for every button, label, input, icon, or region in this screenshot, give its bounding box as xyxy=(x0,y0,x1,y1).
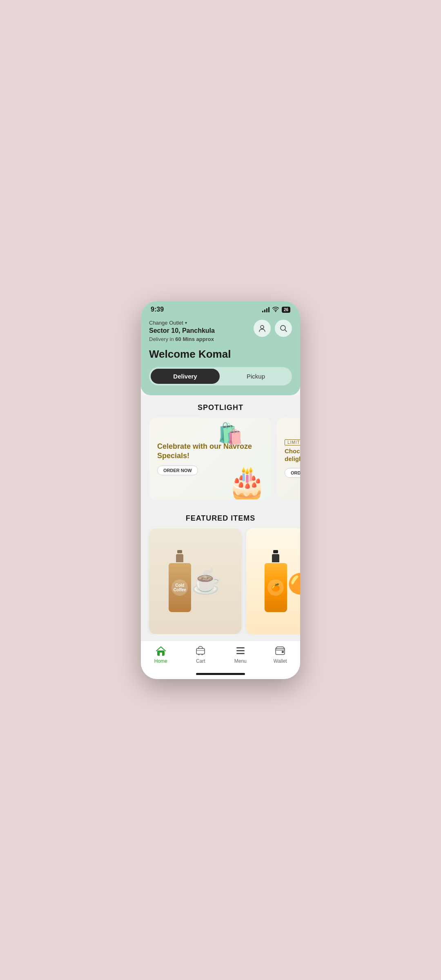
outlet-address: Sector 10, Panchkula xyxy=(149,327,215,335)
spotlight-order-btn-1[interactable]: ORDER NOW xyxy=(157,466,198,475)
status-icons: 26 xyxy=(262,306,290,313)
wallet-label: Wallet xyxy=(274,658,287,664)
featured-section: FEATURED ITEMS ColdCoffee xyxy=(141,506,300,641)
item-image-2: 🍊 xyxy=(246,528,300,634)
home-indicator xyxy=(141,670,300,679)
delivery-tab[interactable]: Delivery xyxy=(151,369,220,384)
profile-icon xyxy=(258,324,266,332)
chevron-down-icon: ▾ xyxy=(185,321,187,325)
signal-icon xyxy=(262,307,270,312)
search-button[interactable] xyxy=(275,320,292,337)
search-icon xyxy=(279,324,287,332)
svg-point-1 xyxy=(281,325,285,330)
menu-icon xyxy=(235,645,246,657)
wifi-icon xyxy=(272,306,279,313)
spotlight-headline-2: Choco-coffee delight! xyxy=(285,447,300,463)
spotlight-tag: LIMITED EDITION xyxy=(285,439,300,445)
location-row: Change Outlet ▾ Sector 10, Panchkula Del… xyxy=(149,320,292,342)
delivery-pickup-tabs: Delivery Pickup xyxy=(149,367,292,385)
svg-rect-8 xyxy=(236,647,245,648)
spotlight-card-2[interactable]: ☕ LIMITED EDITION Choco-coffee delight! … xyxy=(276,418,300,499)
svg-point-0 xyxy=(261,325,264,329)
profile-button[interactable] xyxy=(254,320,271,337)
cart-label: Cart xyxy=(196,658,205,664)
nav-wallet[interactable]: Wallet xyxy=(268,645,292,664)
spotlight-headline-1: Celebrate with our Navroze Specials! xyxy=(157,442,263,461)
wallet-icon xyxy=(274,645,286,657)
change-outlet-button[interactable]: Change Outlet ▾ xyxy=(149,320,215,326)
nav-home[interactable]: Home xyxy=(149,645,173,664)
header-section: 9:39 26 Change xyxy=(141,301,300,395)
cart-icon xyxy=(195,645,206,657)
status-bar: 9:39 26 xyxy=(149,301,292,316)
delivery-time: Delivery in 60 Mins approx xyxy=(149,336,215,342)
spotlight-title: SPOTLIGHT xyxy=(141,395,300,418)
svg-rect-4 xyxy=(196,648,205,654)
spotlight-section: SPOTLIGHT 🎂 🛍️ Celebrate with our Navroz… xyxy=(141,395,300,506)
featured-item-2: 🍊 Valencia Orange Juice ₹ 150 Add xyxy=(246,528,300,634)
home-icon xyxy=(155,645,167,657)
home-bar xyxy=(196,673,245,675)
location-info: Change Outlet ▾ Sector 10, Panchkula Del… xyxy=(149,320,215,342)
spotlight-card-1-content: Celebrate with our Navroze Specials! ORD… xyxy=(149,418,272,499)
spotlight-card-1[interactable]: 🎂 🛍️ Celebrate with our Navroze Specials… xyxy=(149,418,272,499)
featured-items-grid: ColdCoffee Classic Cold Coffee [300ml] ₹… xyxy=(141,528,300,634)
status-time: 9:39 xyxy=(151,306,164,313)
spotlight-card-2-content: LIMITED EDITION Choco-coffee delight! OR… xyxy=(276,418,300,499)
welcome-text: Welcome Komal xyxy=(149,348,292,361)
svg-point-6 xyxy=(202,654,203,655)
featured-item-1: ColdCoffee Classic Cold Coffee [300ml] ₹… xyxy=(149,528,241,634)
menu-label: Menu xyxy=(234,658,247,664)
featured-title: FEATURED ITEMS xyxy=(141,506,300,528)
pickup-tab[interactable]: Pickup xyxy=(221,369,290,384)
main-content: SPOTLIGHT 🎂 🛍️ Celebrate with our Navroz… xyxy=(141,395,300,641)
svg-rect-10 xyxy=(236,653,245,654)
nav-menu[interactable]: Menu xyxy=(228,645,253,664)
nav-cart[interactable]: Cart xyxy=(188,645,213,664)
bottom-nav: Home Cart xyxy=(141,641,300,670)
home-label: Home xyxy=(154,658,167,664)
spotlight-carousel[interactable]: 🎂 🛍️ Celebrate with our Navroze Specials… xyxy=(141,418,300,506)
phone-frame: 9:39 26 Change xyxy=(141,301,300,679)
item-image-1: ColdCoffee xyxy=(149,528,241,634)
header-actions xyxy=(254,320,292,337)
svg-rect-12 xyxy=(282,651,284,653)
svg-point-5 xyxy=(198,654,200,655)
svg-rect-3 xyxy=(160,653,162,656)
battery-indicator: 26 xyxy=(282,307,290,313)
spotlight-order-btn-2[interactable]: ORDER NOW xyxy=(285,468,300,478)
svg-rect-9 xyxy=(236,650,245,651)
